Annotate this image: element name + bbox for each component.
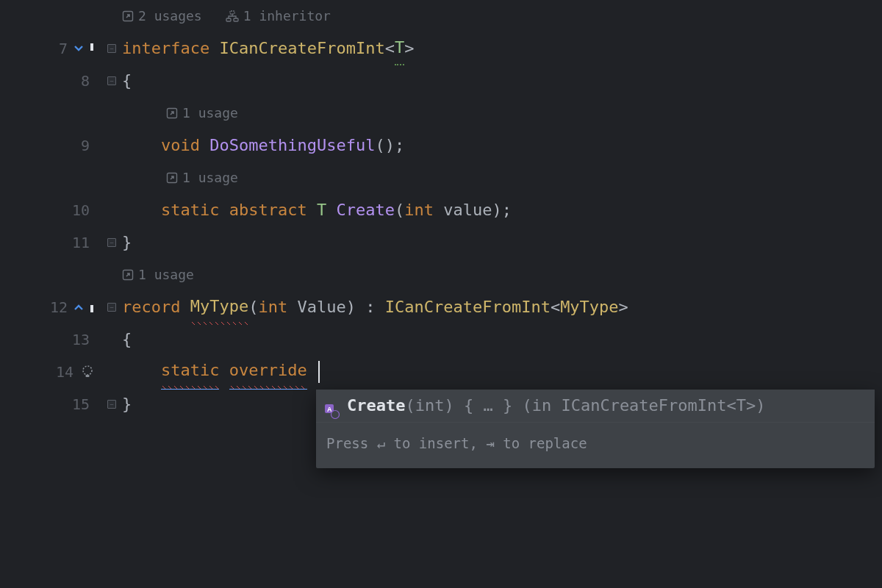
code-line[interactable]: {: [122, 65, 882, 97]
svg-rect-6: [226, 18, 231, 21]
line-number: 12: [49, 291, 68, 323]
code-line[interactable]: void DoSomethingUseful();: [122, 129, 882, 162]
inheritors-inlay[interactable]: 1 inheritor: [226, 0, 331, 32]
lightbulb-icon[interactable]: [79, 364, 96, 380]
override-down-icon[interactable]: [74, 43, 84, 54]
svg-rect-0: [90, 43, 93, 51]
inlay-text: 1 usage: [138, 259, 194, 291]
text-caret: [318, 361, 320, 383]
svg-rect-3: [86, 375, 90, 377]
svg-point-12: [331, 411, 340, 419]
inlay-text: 1 usage: [182, 97, 238, 129]
implement-mark-icon[interactable]: [88, 301, 96, 313]
inlay-text: 2 usages: [138, 0, 202, 32]
code-line[interactable]: static override: [122, 356, 882, 388]
line-number: 13: [71, 323, 90, 356]
line-number: 9: [71, 129, 90, 162]
code-editor[interactable]: 7 8 9 10 11 12 13 14: [0, 0, 882, 588]
svg-rect-1: [90, 305, 93, 312]
code-line[interactable]: interface ICanCreateFromInt<T>: [122, 32, 882, 65]
completion-hint: Press ↵ to insert, ⇥ to replace: [316, 422, 875, 468]
usages-inlay[interactable]: 2 usages: [122, 0, 202, 32]
inlay-text: 1 usage: [182, 162, 238, 194]
completion-signature: (int) { … } (in ICanCreateFromInt<T>): [405, 396, 765, 415]
inlay-text: 1 inheritor: [243, 0, 331, 32]
svg-rect-5: [230, 11, 234, 14]
override-method-icon: A: [323, 398, 340, 414]
completion-popup: A Create(int) { … } (in ICanCreateFromIn…: [316, 390, 875, 468]
override-up-icon[interactable]: [74, 302, 84, 312]
line-number: 7: [49, 32, 68, 65]
line-number: 15: [71, 388, 90, 420]
usage-arrow-icon: [122, 269, 134, 281]
line-number: 10: [71, 194, 90, 226]
completion-item[interactable]: A Create(int) { … } (in ICanCreateFromIn…: [316, 390, 875, 422]
code-line[interactable]: record MyType(int Value) : ICanCreateFro…: [122, 291, 882, 323]
usages-inlay[interactable]: 1 usage: [122, 259, 194, 291]
usages-inlay[interactable]: 1 usage: [166, 97, 238, 129]
svg-point-2: [83, 366, 92, 375]
line-number: 8: [71, 65, 90, 97]
code-line[interactable]: }: [122, 226, 882, 259]
code-line[interactable]: static abstract T Create(int value);: [122, 194, 882, 226]
line-number: 11: [71, 226, 90, 259]
hierarchy-icon: [226, 10, 239, 22]
usage-arrow-icon: [166, 172, 178, 184]
svg-rect-7: [234, 18, 238, 21]
code-line[interactable]: {: [122, 323, 882, 356]
usage-arrow-icon: [166, 107, 178, 119]
usages-inlay[interactable]: 1 usage: [166, 162, 238, 194]
implement-mark-icon[interactable]: [88, 43, 96, 54]
gutter: 7 8 9 10 11 12 13 14: [0, 0, 110, 588]
svg-text:A: A: [327, 406, 332, 413]
code-area[interactable]: − − − − − 2 usages 1 inheritor interface…: [110, 0, 882, 588]
usage-arrow-icon: [122, 10, 134, 22]
completion-method: Create: [347, 396, 405, 415]
line-number: 14: [54, 356, 74, 388]
